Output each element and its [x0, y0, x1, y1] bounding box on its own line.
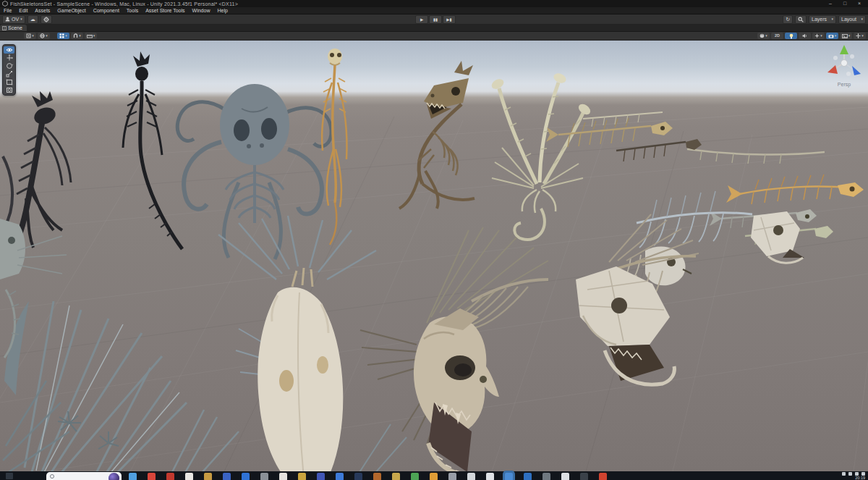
overlays-dropdown[interactable]: ▾	[854, 33, 866, 39]
pause-button[interactable]: ▮▮	[429, 15, 442, 24]
model-raptor-skeleton-brown[interactable]	[399, 61, 475, 209]
audio-toggle[interactable]	[799, 33, 811, 39]
taskbar-app-icon[interactable]	[580, 473, 588, 480]
model-fish-head-gray-left[interactable]	[0, 219, 67, 358]
taskbar-app-icon[interactable]	[317, 473, 325, 480]
play-button[interactable]: ▶	[415, 15, 428, 24]
taskbar-app-icon[interactable]	[505, 473, 513, 480]
tray-icon[interactable]	[848, 472, 852, 476]
layers-dropdown[interactable]: Layers ▾	[809, 15, 836, 24]
model-anglerfish-skeleton-large[interactable]	[360, 227, 548, 471]
chevron-down-icon: ▾	[32, 34, 34, 38]
chevron-down-icon: ▾	[831, 17, 833, 21]
taskbar-app-icon[interactable]	[148, 473, 156, 480]
taskbar-app-icon[interactable]	[166, 473, 174, 480]
y-axis-cone	[840, 45, 848, 54]
tray-icon[interactable]	[842, 472, 846, 476]
undo-history-button[interactable]: ↻	[783, 15, 793, 24]
taskbar-app-icon[interactable]	[242, 473, 250, 480]
menu-item[interactable]: Tools	[123, 7, 142, 14]
model-long-skull-large[interactable]	[218, 216, 376, 471]
taskbar-search[interactable]	[46, 472, 122, 480]
effects-dropdown[interactable]: ▾	[812, 33, 825, 39]
model-biped-skeleton-black[interactable]	[123, 51, 182, 249]
snap-settings-dropdown[interactable]: ▾	[71, 33, 83, 39]
account-label: OV	[12, 16, 19, 23]
transform-tool-button[interactable]	[4, 86, 14, 93]
layout-dropdown[interactable]: Layout ▾	[838, 15, 866, 24]
search-icon	[798, 17, 804, 22]
start-button[interactable]	[6, 473, 13, 479]
2d-toggle[interactable]: 2D	[771, 33, 783, 39]
model-hydra-skeleton-pale[interactable]	[490, 72, 592, 240]
view-tool-button[interactable]	[4, 46, 14, 54]
rect-tool-button[interactable]	[4, 78, 14, 85]
menu-item[interactable]: Help	[213, 7, 231, 14]
taskbar-app-icon[interactable]	[486, 473, 494, 480]
menu-item[interactable]: Window	[189, 7, 214, 14]
taskbar-app-icon[interactable]	[354, 473, 362, 480]
close-button[interactable]: ×	[853, 0, 866, 7]
move-tool-button[interactable]	[4, 54, 14, 62]
menu-item[interactable]: Assets	[31, 7, 54, 14]
menu-item[interactable]: GameObject	[54, 7, 89, 14]
model-spiny-plants[interactable]	[3, 301, 407, 471]
scene-orientation-gizmo[interactable]: Persp	[824, 43, 864, 90]
scale-tool-button[interactable]	[4, 70, 14, 77]
grid-visibility-dropdown[interactable]: ▾	[57, 33, 69, 39]
tool-settings-pivot-dropdown[interactable]: ▾	[24, 33, 36, 39]
taskbar-app-icon[interactable]	[561, 473, 569, 480]
person-icon	[5, 17, 10, 22]
z-axis-cone	[852, 66, 861, 75]
taskbar-app-icon[interactable]	[279, 473, 287, 480]
lighting-toggle[interactable]	[785, 33, 797, 39]
menu-item[interactable]: File	[0, 7, 15, 14]
move-icon	[6, 54, 13, 62]
taskbar-app-icon[interactable]	[542, 473, 550, 480]
taskbar-app-icon[interactable]	[204, 473, 212, 480]
cloud-button[interactable]: ☁	[27, 15, 38, 24]
increment-snap-dropdown[interactable]: ▾	[85, 33, 97, 39]
history-spinner-icon: ↻	[786, 17, 790, 22]
rotate-tool-button[interactable]	[4, 62, 14, 70]
camera-settings-dropdown[interactable]: ▾	[826, 33, 838, 39]
tool-settings-orientation-dropdown[interactable]: ▾	[38, 33, 50, 39]
menu-item[interactable]: Edit	[15, 7, 31, 14]
taskbar-app-icon[interactable]	[467, 473, 475, 480]
gizmos-dropdown[interactable]: ▾	[840, 33, 852, 39]
layers-label: Layers	[812, 16, 827, 23]
taskbar-app-icon[interactable]	[129, 473, 137, 480]
search-highlight-image[interactable]	[109, 473, 119, 480]
search-button[interactable]	[795, 15, 807, 24]
maximize-button[interactable]: □	[838, 0, 851, 7]
view-tabbar: Scene	[0, 25, 868, 32]
model-fish-skeletons-mid[interactable]	[546, 112, 825, 164]
account-dropdown[interactable]: OV ▾	[2, 15, 25, 24]
taskbar-app-icon[interactable]	[260, 473, 268, 480]
model-fish-skeletons-cream[interactable]	[622, 191, 804, 285]
taskbar-app-icon[interactable]	[430, 473, 438, 480]
taskbar-app-icon[interactable]	[411, 473, 419, 480]
taskbar-app-icon[interactable]	[392, 473, 400, 480]
taskbar-clock[interactable]: 20:19	[855, 476, 865, 480]
taskbar-app-icon[interactable]	[524, 473, 532, 480]
services-button[interactable]	[41, 15, 52, 24]
step-button[interactable]: ▶▮	[443, 15, 456, 24]
taskbar-app-icon[interactable]	[298, 473, 306, 480]
model-bass-skeleton-large[interactable]	[576, 214, 699, 384]
taskbar-app-icon[interactable]	[336, 473, 344, 480]
taskbar-app-icon[interactable]	[448, 473, 456, 480]
menu-item[interactable]: Asset Store Tools	[142, 7, 188, 14]
menu-item[interactable]: Component	[90, 7, 123, 14]
draw-mode-dropdown[interactable]: ▾	[757, 33, 770, 39]
taskbar-app-icon[interactable]	[373, 473, 381, 480]
chevron-down-icon: ▾	[79, 34, 81, 38]
taskbar-app-icon[interactable]	[223, 473, 231, 480]
taskbar-app-icon[interactable]	[599, 473, 607, 480]
scene-viewport[interactable]: Persp	[0, 41, 868, 471]
tab-scene[interactable]: Scene	[0, 25, 27, 31]
gizmo-projection-label[interactable]: Persp	[824, 82, 864, 87]
taskbar-app-icon[interactable]	[185, 473, 193, 480]
cloud-icon: ☁	[30, 17, 35, 22]
minimize-button[interactable]: –	[824, 0, 837, 7]
